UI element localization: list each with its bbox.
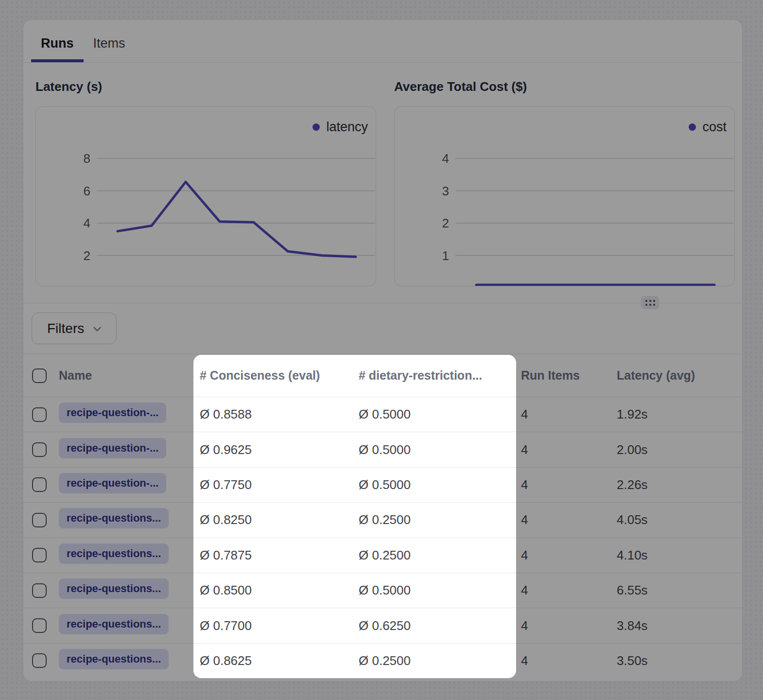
run-items-value: 4 bbox=[517, 583, 612, 598]
latency-value: 2.00s bbox=[612, 442, 742, 457]
table-row: recipe-questions... Ø 0.8625 Ø 0.2500 4 … bbox=[23, 643, 742, 678]
latency-legend: latency bbox=[312, 120, 368, 135]
tab-runs[interactable]: Runs bbox=[31, 29, 84, 62]
tab-bar: Runs Items bbox=[31, 29, 135, 62]
run-name-badge[interactable]: recipe-question-... bbox=[59, 402, 166, 423]
run-name-badge[interactable]: recipe-questions... bbox=[59, 508, 169, 528]
latency-legend-label: latency bbox=[326, 120, 368, 135]
dataset-runs-panel: Runs Items Latency (s) Average Total Cos… bbox=[23, 19, 743, 682]
table-row: recipe-questions... Ø 0.8500 Ø 0.5000 4 … bbox=[23, 573, 742, 608]
dietary-value: Ø 0.2500 bbox=[355, 548, 517, 563]
svg-text:8: 8 bbox=[84, 151, 90, 166]
row-checkbox[interactable] bbox=[32, 653, 47, 668]
header-name[interactable]: Name bbox=[58, 368, 194, 383]
charts-table-divider bbox=[23, 303, 742, 303]
run-items-value: 4 bbox=[517, 618, 612, 633]
row-checkbox[interactable] bbox=[32, 548, 47, 562]
run-items-value: 4 bbox=[517, 653, 612, 668]
resize-grip-handle[interactable] bbox=[641, 296, 659, 309]
run-name-badge[interactable]: recipe-question-... bbox=[59, 473, 166, 493]
dietary-value: Ø 0.5000 bbox=[355, 477, 517, 492]
latency-value: 2.26s bbox=[612, 477, 742, 492]
conciseness-value: Ø 0.8250 bbox=[194, 512, 355, 527]
run-name-badge[interactable]: recipe-questions... bbox=[59, 614, 169, 634]
dietary-value: Ø 0.6250 bbox=[355, 618, 517, 633]
filters-button[interactable]: Filters bbox=[32, 313, 117, 344]
dietary-value: Ø 0.2500 bbox=[355, 653, 517, 668]
latency-value: 6.55s bbox=[612, 583, 742, 598]
row-checkbox[interactable] bbox=[32, 583, 47, 598]
svg-text:1: 1 bbox=[442, 248, 449, 263]
conciseness-value: Ø 0.7700 bbox=[194, 618, 355, 633]
latency-value: 4.10s bbox=[612, 548, 742, 563]
header-dietary-restriction[interactable]: # dietary-restriction... bbox=[355, 368, 517, 383]
row-checkbox[interactable] bbox=[32, 513, 47, 527]
chevron-down-icon bbox=[91, 323, 104, 335]
run-items-value: 4 bbox=[517, 477, 612, 492]
runs-table: Name # Conciseness (eval) # dietary-rest… bbox=[23, 354, 742, 681]
conciseness-value: Ø 0.9625 bbox=[194, 442, 355, 457]
latency-legend-dot bbox=[312, 123, 320, 131]
run-name-badge[interactable]: recipe-questions... bbox=[59, 578, 169, 599]
conciseness-value: Ø 0.8500 bbox=[194, 583, 355, 598]
table-row: recipe-question-... Ø 0.8588 Ø 0.5000 4 … bbox=[23, 397, 742, 432]
svg-text:2: 2 bbox=[442, 216, 449, 230]
cost-legend-dot bbox=[689, 123, 696, 131]
svg-text:2: 2 bbox=[84, 248, 90, 263]
latency-value: 1.92s bbox=[612, 407, 742, 422]
row-checkbox[interactable] bbox=[32, 442, 47, 457]
grip-dots-icon bbox=[645, 300, 655, 306]
svg-text:6: 6 bbox=[84, 184, 90, 198]
run-name-badge[interactable]: recipe-question-... bbox=[59, 438, 166, 458]
filters-button-label: Filters bbox=[47, 321, 84, 336]
page-background: Runs Items Latency (s) Average Total Cos… bbox=[0, 0, 763, 700]
table-row: recipe-question-... Ø 0.7750 Ø 0.5000 4 … bbox=[23, 467, 742, 502]
dietary-value: Ø 0.2500 bbox=[355, 512, 517, 527]
tab-bar-divider bbox=[23, 62, 742, 63]
conciseness-value: Ø 0.7750 bbox=[194, 477, 355, 492]
run-name-badge[interactable]: recipe-questions... bbox=[59, 543, 169, 564]
run-items-value: 4 bbox=[517, 548, 612, 563]
cost-chart: 4321 cost bbox=[394, 106, 735, 286]
table-row: recipe-questions... Ø 0.7875 Ø 0.2500 4 … bbox=[23, 538, 742, 573]
svg-text:4: 4 bbox=[84, 216, 90, 230]
svg-text:3: 3 bbox=[442, 184, 449, 198]
latency-value: 4.05s bbox=[612, 512, 742, 527]
latency-value: 3.50s bbox=[612, 653, 742, 668]
dietary-value: Ø 0.5000 bbox=[355, 442, 517, 457]
latency-chart-title: Latency (s) bbox=[35, 79, 102, 94]
latency-value: 3.84s bbox=[612, 618, 742, 633]
select-all-checkbox[interactable] bbox=[32, 368, 47, 383]
table-row: recipe-question-... Ø 0.9625 Ø 0.5000 4 … bbox=[23, 432, 742, 467]
run-name-badge[interactable]: recipe-questions... bbox=[59, 649, 169, 669]
header-conciseness[interactable]: # Conciseness (eval) bbox=[194, 368, 355, 383]
run-items-value: 4 bbox=[517, 407, 612, 422]
conciseness-value: Ø 0.8625 bbox=[194, 653, 355, 668]
row-checkbox[interactable] bbox=[32, 477, 47, 492]
table-row: recipe-questions... Ø 0.8250 Ø 0.2500 4 … bbox=[23, 502, 742, 537]
cost-chart-title: Average Total Cost ($) bbox=[394, 79, 527, 94]
conciseness-value: Ø 0.8588 bbox=[194, 407, 355, 422]
run-items-value: 4 bbox=[517, 512, 612, 527]
run-items-value: 4 bbox=[517, 442, 612, 457]
table-header-row: Name # Conciseness (eval) # dietary-rest… bbox=[23, 354, 742, 397]
dietary-value: Ø 0.5000 bbox=[355, 407, 517, 422]
table-row: recipe-questions... Ø 0.7700 Ø 0.6250 4 … bbox=[23, 608, 742, 643]
cost-legend: cost bbox=[689, 120, 727, 135]
tab-items[interactable]: Items bbox=[84, 29, 135, 62]
conciseness-value: Ø 0.7875 bbox=[194, 548, 355, 563]
svg-text:4: 4 bbox=[442, 151, 449, 166]
cost-legend-label: cost bbox=[702, 120, 727, 135]
header-latency-avg[interactable]: Latency (avg) bbox=[612, 368, 742, 383]
row-checkbox[interactable] bbox=[32, 407, 47, 422]
latency-chart: 8642 latency bbox=[35, 106, 376, 286]
header-run-items[interactable]: Run Items bbox=[517, 368, 612, 383]
cost-line-chart: 4321 bbox=[395, 107, 735, 286]
row-checkbox[interactable] bbox=[32, 618, 47, 633]
dietary-value: Ø 0.5000 bbox=[355, 583, 517, 598]
